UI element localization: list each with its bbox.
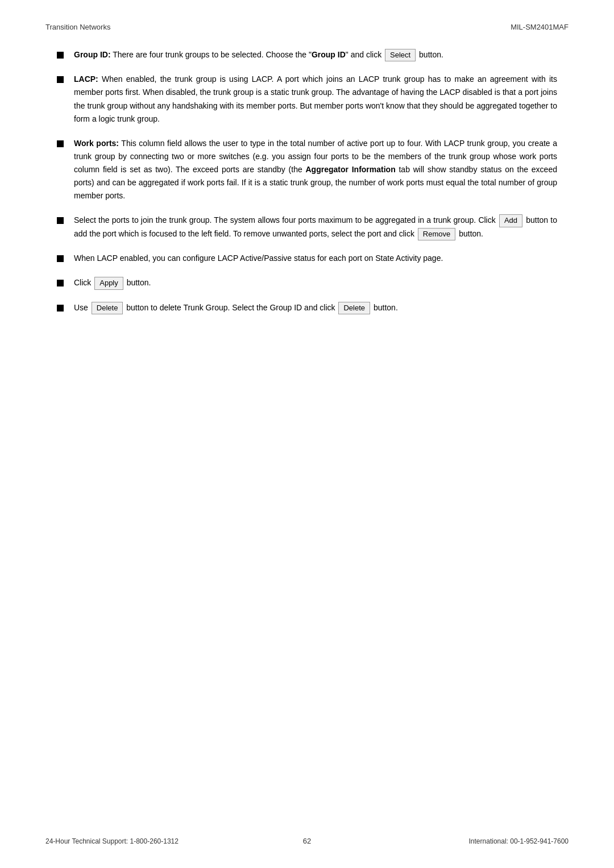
add-button[interactable]: Add	[499, 214, 522, 227]
list-item-click-apply: Click Apply button.	[57, 276, 557, 289]
select-button[interactable]: Select	[385, 49, 416, 61]
remove-button[interactable]: Remove	[418, 228, 455, 240]
item-content-use-delete: Use Delete button to delete Trunk Group.…	[74, 301, 557, 314]
click-apply-text: Click Apply button.	[74, 276, 557, 289]
header-model: MIL-SM2401MAF	[511, 23, 569, 31]
bullet-icon	[57, 138, 74, 147]
footer-support: 24-Hour Technical Support: 1-800-260-131…	[45, 837, 179, 845]
list-item-lacp-configure: When LACP enabled, you can configure LAC…	[57, 252, 557, 265]
list-item-select-ports: Select the ports to join the trunk group…	[57, 214, 557, 240]
use-delete-text: Use Delete button to delete Trunk Group.…	[74, 301, 557, 314]
list-item-group-id: Group ID: There are four trunk groups to…	[57, 48, 557, 61]
item-content-select-ports: Select the ports to join the trunk group…	[74, 214, 557, 240]
page-header: Transition Networks MIL-SM2401MAF	[45, 23, 569, 31]
select-ports-text: Select the ports to join the trunk group…	[74, 214, 557, 240]
lacp-text: LACP: When enabled, the trunk group is u…	[74, 73, 557, 125]
item-content-click-apply: Click Apply button.	[74, 276, 557, 289]
delete-button-1[interactable]: Delete	[92, 302, 123, 314]
work-ports-text: Work ports: This column field allows the…	[74, 137, 557, 202]
aggregator-info-label: Aggregator Information	[305, 165, 395, 174]
list-item-lacp: LACP: When enabled, the trunk group is u…	[57, 73, 557, 125]
page-number: 62	[303, 837, 311, 845]
group-id-label: Group ID:	[74, 50, 111, 59]
delete-button-2[interactable]: Delete	[338, 302, 370, 314]
main-content: Group ID: There are four trunk groups to…	[45, 48, 569, 314]
bullet-icon	[57, 253, 74, 262]
page-container: Transition Networks MIL-SM2401MAF Group …	[0, 0, 614, 868]
bullet-icon	[57, 302, 74, 312]
bullet-icon	[57, 215, 74, 224]
work-ports-label: Work ports:	[74, 139, 119, 148]
list-item-work-ports: Work ports: This column field allows the…	[57, 137, 557, 202]
item-content-work-ports: Work ports: This column field allows the…	[74, 137, 557, 202]
bullet-icon	[57, 74, 74, 83]
lacp-label: LACP:	[74, 74, 98, 84]
apply-button[interactable]: Apply	[94, 277, 123, 289]
group-id-text: Group ID: There are four trunk groups to…	[74, 48, 557, 61]
bullet-list: Group ID: There are four trunk groups to…	[57, 48, 557, 314]
item-content-group-id: Group ID: There are four trunk groups to…	[74, 48, 557, 61]
bullet-icon	[57, 277, 74, 286]
lacp-configure-text: When LACP enabled, you can configure LAC…	[74, 252, 557, 265]
item-content-lacp: LACP: When enabled, the trunk group is u…	[74, 73, 557, 125]
item-content-lacp-configure: When LACP enabled, you can configure LAC…	[74, 252, 557, 265]
list-item-use-delete: Use Delete button to delete Trunk Group.…	[57, 301, 557, 314]
group-id-bold: Group ID	[312, 50, 346, 59]
bullet-icon	[57, 49, 74, 59]
header-company: Transition Networks	[45, 23, 110, 31]
footer-international: International: 00-1-952-941-7600	[469, 837, 569, 845]
